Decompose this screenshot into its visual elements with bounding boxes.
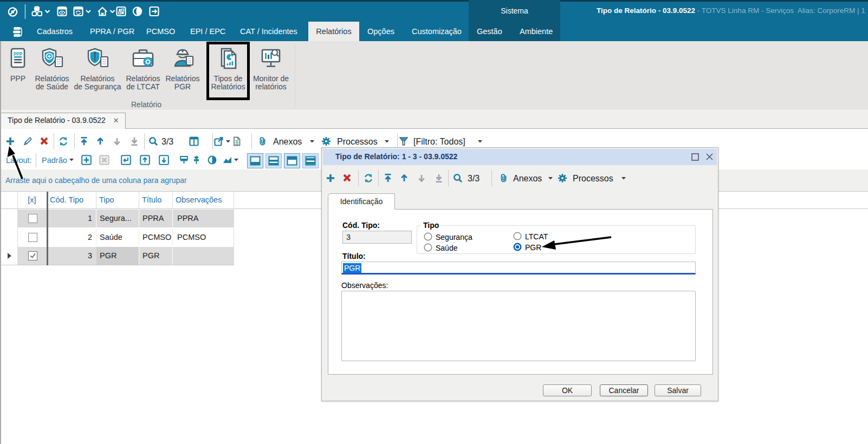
svg-text:ppp: ppp — [14, 50, 23, 56]
